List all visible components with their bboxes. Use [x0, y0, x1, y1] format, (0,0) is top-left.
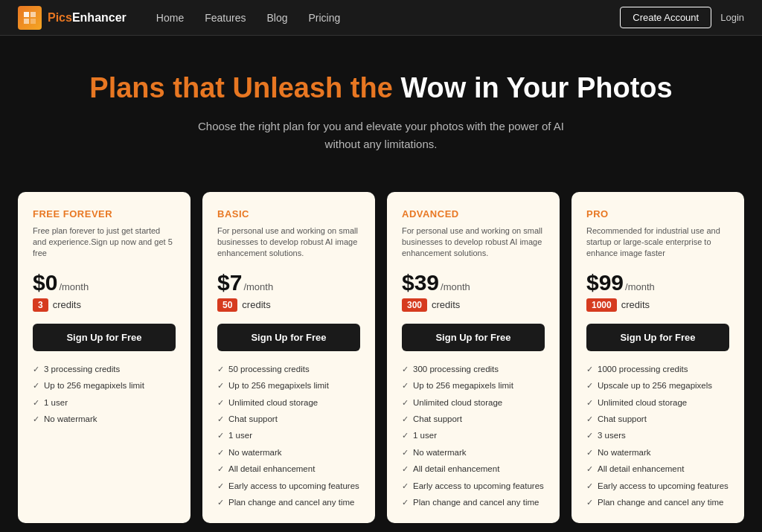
hero-subtitle: Choose the right plan for you and elevat… [188, 118, 574, 153]
nav-actions: Create Account Login [620, 7, 744, 28]
feature-list-free: 3 processing creditsUp to 256 megapixels… [33, 363, 176, 426]
hero-title: Plans that Unleash the Wow in Your Photo… [15, 71, 747, 106]
credits-badge-advanced: 300 credits [402, 298, 545, 312]
feature-list-basic: 50 processing creditsUp to 256 megapixel… [217, 363, 360, 509]
plan-period-pro: /month [625, 281, 655, 292]
feature-item: Early access to upcoming features [217, 480, 360, 492]
plan-dollar-basic: $7 [217, 272, 242, 294]
plan-dollar-advanced: $39 [402, 272, 439, 294]
feature-item: No watermark [586, 446, 729, 458]
credits-label-free: credits [53, 299, 81, 310]
logo-icon [18, 6, 42, 30]
credits-num-basic: 50 [217, 298, 237, 312]
feature-item: Chat support [402, 413, 545, 425]
feature-item: No watermark [33, 413, 176, 425]
plan-price-pro: $99 /month [586, 272, 729, 294]
logo[interactable]: PicsEnhancer [18, 6, 127, 30]
login-button[interactable]: Login [720, 12, 744, 23]
nav-home[interactable]: Home [156, 12, 184, 24]
feature-item: Up to 256 megapixels limit [217, 379, 360, 391]
credits-badge-basic: 50 credits [217, 298, 360, 312]
feature-item: All detail enhancement [402, 463, 545, 475]
nav-pricing[interactable]: Pricing [308, 12, 340, 24]
credits-num-advanced: 300 [402, 298, 427, 312]
credits-badge-free: 3 credits [33, 298, 176, 312]
hero-section: Plans that Unleash the Wow in Your Photo… [0, 36, 762, 180]
signup-button-free[interactable]: Sign Up for Free [33, 324, 176, 351]
plan-period-basic: /month [243, 281, 273, 292]
plan-period-advanced: /month [441, 281, 470, 292]
feature-item: 1 user [402, 429, 545, 441]
signup-button-basic[interactable]: Sign Up for Free [217, 324, 360, 351]
feature-list-advanced: 300 processing creditsUp to 256 megapixe… [402, 363, 545, 509]
feature-item: 300 processing credits [402, 363, 545, 375]
nav-features[interactable]: Features [205, 12, 246, 24]
svg-rect-1 [31, 12, 36, 17]
logo-text: PicsEnhancer [48, 11, 127, 25]
feature-item: All detail enhancement [217, 463, 360, 475]
feature-item: Up to 256 megapixels limit [33, 379, 176, 391]
feature-item: 3 processing credits [33, 363, 176, 375]
plan-name-free: FREE FOREVER [33, 208, 176, 219]
feature-item: 1 user [33, 397, 176, 408]
nav-blog[interactable]: Blog [266, 12, 287, 24]
feature-item: Up to 256 megapixels limit [402, 379, 545, 391]
signup-button-pro[interactable]: Sign Up for Free [586, 324, 729, 351]
credits-badge-pro: 1000 credits [586, 298, 729, 312]
feature-item: 50 processing credits [217, 363, 360, 375]
credits-label-pro: credits [621, 299, 650, 310]
svg-rect-0 [24, 12, 29, 17]
plan-price-free: $0 /month [33, 272, 176, 294]
feature-item: 3 users [586, 429, 729, 441]
feature-list-pro: 1000 processing creditsUpscale up to 256… [586, 363, 729, 509]
feature-item: Early access to upcoming features [586, 480, 729, 492]
feature-item: Upscale up to 256 megapixels [586, 379, 729, 391]
plan-card-pro: PRO Recommended for industrial use and s… [572, 192, 744, 524]
feature-item: Unlimited cloud storage [402, 397, 545, 408]
feature-item: No watermark [402, 446, 545, 458]
feature-item: Plan change and cancel any time [217, 496, 360, 508]
credits-label-advanced: credits [432, 299, 460, 310]
feature-item: Early access to upcoming features [402, 480, 545, 492]
plan-period-free: /month [59, 281, 89, 292]
plan-desc-basic: For personal use and working on small bu… [217, 225, 360, 260]
plan-price-advanced: $39 /month [402, 272, 545, 294]
feature-item: 1 user [217, 429, 360, 441]
svg-rect-2 [24, 19, 29, 24]
plan-name-advanced: ADVANCED [402, 208, 545, 219]
plan-card-advanced: ADVANCED For personal use and working on… [387, 192, 560, 524]
plan-name-pro: PRO [586, 208, 729, 219]
credits-num-pro: 1000 [586, 298, 617, 312]
plan-desc-pro: Recommended for industrial use and start… [586, 225, 729, 260]
plan-desc-advanced: For personal use and working on small bu… [402, 225, 545, 260]
plan-name-basic: BASIC [217, 208, 360, 219]
credits-num-free: 3 [33, 298, 48, 312]
plan-card-free: FREE FOREVER Free plan forever to just g… [18, 192, 190, 524]
feature-item: Plan change and cancel any time [586, 496, 729, 508]
feature-item: Chat support [586, 413, 729, 425]
plan-desc-free: Free plan forever to just get started an… [33, 225, 176, 260]
nav-links: Home Features Blog Pricing [156, 11, 620, 25]
plan-price-basic: $7 /month [217, 272, 360, 294]
signup-button-advanced[interactable]: Sign Up for Free [402, 324, 545, 351]
feature-item: Chat support [217, 413, 360, 425]
plan-dollar-pro: $99 [586, 272, 624, 294]
feature-item: No watermark [217, 446, 360, 458]
feature-item: All detail enhancement [586, 463, 729, 475]
feature-item: Unlimited cloud storage [217, 397, 360, 408]
plan-card-basic: BASIC For personal use and working on sm… [202, 192, 375, 524]
svg-rect-3 [31, 19, 36, 24]
plan-dollar-free: $0 [33, 272, 57, 294]
create-account-button[interactable]: Create Account [620, 7, 711, 28]
feature-item: 1000 processing credits [586, 363, 729, 375]
feature-item: Plan change and cancel any time [402, 496, 545, 508]
navbar: PicsEnhancer Home Features Blog Pricing … [0, 0, 762, 36]
pricing-section: FREE FOREVER Free plan forever to just g… [0, 180, 762, 532]
credits-label-basic: credits [242, 299, 270, 310]
feature-item: Unlimited cloud storage [586, 397, 729, 408]
